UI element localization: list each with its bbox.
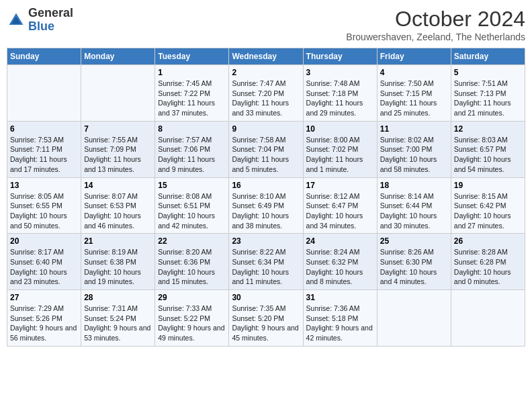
header-thursday: Thursday	[303, 48, 377, 65]
day-number: 9	[232, 124, 300, 134]
day-number: 25	[380, 236, 448, 246]
calendar-week-row: 13Sunrise: 8:05 AMSunset: 6:55 PMDayligh…	[7, 177, 525, 234]
day-info: Sunrise: 7:31 AMSunset: 5:24 PMDaylight:…	[84, 304, 152, 343]
day-number: 2	[232, 68, 300, 77]
calendar-week-row: 6Sunrise: 7:53 AMSunset: 7:11 PMDaylight…	[7, 121, 525, 177]
day-number: 3	[306, 68, 374, 77]
day-info: Sunrise: 8:28 AMSunset: 6:28 PMDaylight:…	[454, 247, 522, 287]
calendar-cell: 9Sunrise: 7:58 AMSunset: 7:04 PMDaylight…	[229, 121, 303, 177]
calendar-cell: 30Sunrise: 7:35 AMSunset: 5:20 PMDayligh…	[229, 290, 303, 347]
day-info: Sunrise: 8:03 AMSunset: 6:57 PMDaylight:…	[454, 135, 522, 175]
calendar-cell	[81, 65, 155, 122]
day-info: Sunrise: 7:51 AMSunset: 7:13 PMDaylight:…	[454, 79, 522, 118]
day-info: Sunrise: 7:53 AMSunset: 7:11 PMDaylight:…	[10, 135, 78, 175]
day-number: 18	[380, 181, 448, 190]
day-info: Sunrise: 8:07 AMSunset: 6:53 PMDaylight:…	[84, 191, 152, 231]
calendar-cell: 28Sunrise: 7:31 AMSunset: 5:24 PMDayligh…	[81, 290, 155, 347]
day-info: Sunrise: 8:00 AMSunset: 7:02 PMDaylight:…	[306, 135, 374, 175]
day-info: Sunrise: 8:20 AMSunset: 6:36 PMDaylight:…	[158, 247, 226, 287]
day-number: 6	[10, 124, 78, 134]
day-info: Sunrise: 7:45 AMSunset: 7:22 PMDaylight:…	[158, 79, 226, 118]
calendar-table: SundayMondayTuesdayWednesdayThursdayFrid…	[7, 48, 525, 347]
day-info: Sunrise: 8:08 AMSunset: 6:51 PMDaylight:…	[158, 191, 226, 231]
day-info: Sunrise: 8:17 AMSunset: 6:40 PMDaylight:…	[10, 247, 78, 287]
day-number: 17	[306, 181, 374, 190]
day-number: 10	[306, 124, 374, 134]
day-info: Sunrise: 7:35 AMSunset: 5:20 PMDaylight:…	[232, 304, 300, 343]
calendar-cell: 20Sunrise: 8:17 AMSunset: 6:40 PMDayligh…	[7, 234, 81, 290]
logo-blue: Blue	[28, 19, 54, 33]
day-info: Sunrise: 8:05 AMSunset: 6:55 PMDaylight:…	[10, 191, 78, 231]
day-number: 15	[158, 181, 226, 190]
day-number: 12	[454, 124, 522, 134]
calendar-cell: 17Sunrise: 8:12 AMSunset: 6:47 PMDayligh…	[303, 177, 377, 234]
calendar-cell	[7, 65, 81, 122]
calendar-cell: 12Sunrise: 8:03 AMSunset: 6:57 PMDayligh…	[451, 121, 525, 177]
page-header: General Blue October 2024 Brouwershaven,…	[7, 7, 525, 42]
calendar-cell: 4Sunrise: 7:50 AMSunset: 7:15 PMDaylight…	[377, 65, 451, 122]
calendar-cell: 21Sunrise: 8:19 AMSunset: 6:38 PMDayligh…	[81, 234, 155, 290]
day-number: 13	[10, 181, 78, 190]
calendar-cell: 26Sunrise: 8:28 AMSunset: 6:28 PMDayligh…	[451, 234, 525, 290]
calendar-cell: 14Sunrise: 8:07 AMSunset: 6:53 PMDayligh…	[81, 177, 155, 234]
header-sunday: Sunday	[7, 48, 81, 65]
calendar-cell: 16Sunrise: 8:10 AMSunset: 6:49 PMDayligh…	[229, 177, 303, 234]
calendar-cell: 13Sunrise: 8:05 AMSunset: 6:55 PMDayligh…	[7, 177, 81, 234]
day-number: 7	[84, 124, 152, 134]
calendar-cell: 22Sunrise: 8:20 AMSunset: 6:36 PMDayligh…	[155, 234, 229, 290]
calendar-cell: 8Sunrise: 7:57 AMSunset: 7:06 PMDaylight…	[155, 121, 229, 177]
day-info: Sunrise: 8:14 AMSunset: 6:44 PMDaylight:…	[380, 191, 448, 231]
day-number: 28	[84, 293, 152, 302]
day-info: Sunrise: 7:36 AMSunset: 5:18 PMDaylight:…	[306, 304, 374, 343]
header-wednesday: Wednesday	[229, 48, 303, 65]
calendar-cell: 15Sunrise: 8:08 AMSunset: 6:51 PMDayligh…	[155, 177, 229, 234]
header-tuesday: Tuesday	[155, 48, 229, 65]
day-info: Sunrise: 8:19 AMSunset: 6:38 PMDaylight:…	[84, 247, 152, 287]
day-number: 11	[380, 124, 448, 134]
day-info: Sunrise: 7:47 AMSunset: 7:20 PMDaylight:…	[232, 79, 300, 118]
calendar-week-row: 20Sunrise: 8:17 AMSunset: 6:40 PMDayligh…	[7, 234, 525, 290]
day-number: 27	[10, 293, 78, 302]
header-monday: Monday	[81, 48, 155, 65]
day-number: 21	[84, 236, 152, 246]
logo: General Blue	[7, 7, 73, 34]
calendar-cell: 11Sunrise: 8:02 AMSunset: 7:00 PMDayligh…	[377, 121, 451, 177]
day-number: 19	[454, 181, 522, 190]
day-number: 16	[232, 181, 300, 190]
calendar-cell: 27Sunrise: 7:29 AMSunset: 5:26 PMDayligh…	[7, 290, 81, 347]
day-number: 26	[454, 236, 522, 246]
day-number: 4	[380, 68, 448, 77]
header-saturday: Saturday	[451, 48, 525, 65]
day-info: Sunrise: 8:26 AMSunset: 6:30 PMDaylight:…	[380, 247, 448, 287]
logo-icon	[7, 11, 26, 30]
location: Brouwershaven, Zeeland, The Netherlands	[346, 32, 525, 42]
calendar-header-row: SundayMondayTuesdayWednesdayThursdayFrid…	[7, 48, 525, 65]
calendar-cell	[377, 290, 451, 347]
day-info: Sunrise: 7:55 AMSunset: 7:09 PMDaylight:…	[84, 135, 152, 175]
day-info: Sunrise: 8:22 AMSunset: 6:34 PMDaylight:…	[232, 247, 300, 287]
day-info: Sunrise: 7:58 AMSunset: 7:04 PMDaylight:…	[232, 135, 300, 175]
calendar-cell	[451, 290, 525, 347]
calendar-cell: 19Sunrise: 8:15 AMSunset: 6:42 PMDayligh…	[451, 177, 525, 234]
day-number: 8	[158, 124, 226, 134]
calendar-cell: 31Sunrise: 7:36 AMSunset: 5:18 PMDayligh…	[303, 290, 377, 347]
day-number: 14	[84, 181, 152, 190]
day-info: Sunrise: 8:15 AMSunset: 6:42 PMDaylight:…	[454, 191, 522, 231]
day-info: Sunrise: 7:33 AMSunset: 5:22 PMDaylight:…	[158, 304, 226, 343]
calendar-week-row: 1Sunrise: 7:45 AMSunset: 7:22 PMDaylight…	[7, 65, 525, 122]
day-number: 1	[158, 68, 226, 77]
calendar-cell: 25Sunrise: 8:26 AMSunset: 6:30 PMDayligh…	[377, 234, 451, 290]
calendar-cell: 2Sunrise: 7:47 AMSunset: 7:20 PMDaylight…	[229, 65, 303, 122]
calendar-cell: 7Sunrise: 7:55 AMSunset: 7:09 PMDaylight…	[81, 121, 155, 177]
day-number: 29	[158, 293, 226, 302]
day-info: Sunrise: 8:12 AMSunset: 6:47 PMDaylight:…	[306, 191, 374, 231]
logo-text: General Blue	[28, 7, 73, 34]
logo-general: General	[28, 6, 73, 19]
calendar-cell: 1Sunrise: 7:45 AMSunset: 7:22 PMDaylight…	[155, 65, 229, 122]
day-number: 31	[306, 293, 374, 302]
calendar-week-row: 27Sunrise: 7:29 AMSunset: 5:26 PMDayligh…	[7, 290, 525, 347]
calendar-cell: 23Sunrise: 8:22 AMSunset: 6:34 PMDayligh…	[229, 234, 303, 290]
day-number: 24	[306, 236, 374, 246]
month-title: October 2024	[346, 7, 525, 32]
calendar-cell: 18Sunrise: 8:14 AMSunset: 6:44 PMDayligh…	[377, 177, 451, 234]
